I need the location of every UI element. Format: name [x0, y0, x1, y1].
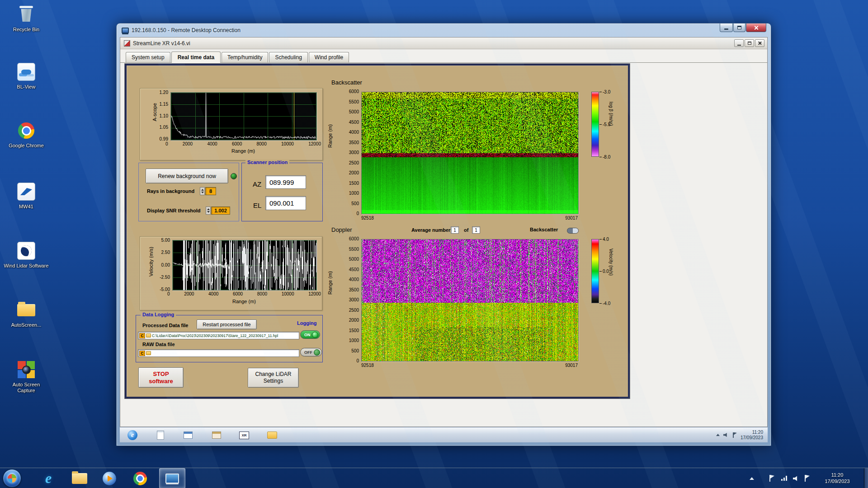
browse-folder-icon[interactable]: [146, 351, 151, 355]
colorbar-tick: -3.0: [599, 89, 610, 94]
processed-data-file-path[interactable]: C C:\LidarA\Data\Proc\2023\202309\202309…: [138, 332, 299, 339]
axis-tick-label: 2000: [349, 318, 359, 323]
language-icon[interactable]: [804, 475, 810, 482]
volume-icon[interactable]: [723, 433, 729, 437]
restart-processed-file-button[interactable]: Restart processed file: [197, 319, 257, 329]
volume-icon[interactable]: [793, 476, 799, 481]
action-center-flag-icon[interactable]: [769, 475, 775, 482]
desktop-icon-image: [16, 62, 36, 82]
desktop-icon[interactable]: BL-View: [4, 62, 49, 90]
remote-system-tray: 11:20 17/09/2023: [716, 427, 763, 442]
colorbar-tick: 0.0: [599, 269, 609, 273]
ascope-x-label: Range (m): [170, 148, 316, 154]
backscatter-y-label: Range (m): [327, 124, 333, 148]
taskbar-clock[interactable]: 11:20 17/09/2023: [816, 472, 858, 484]
axis-tick-label: 2000: [349, 170, 359, 175]
axis-tick-label: 3500: [349, 287, 359, 292]
remote-desktop-icon: [165, 474, 179, 483]
remote-taskbar-item[interactable]: [155, 430, 166, 441]
show-desktop-button[interactable]: [864, 468, 868, 488]
remote-time: 11:20: [741, 430, 763, 435]
desktop-icon-list: Recycle Bin BL-View Google Chrome MW41 W…: [4, 0, 49, 407]
main-panel: 1.201.151.101.050.99 A-scope 02000400060…: [125, 64, 630, 399]
desktop-icon[interactable]: Google Chrome: [4, 121, 49, 149]
remote-taskbar-item[interactable]: XR: [239, 430, 250, 441]
axis-tick-label: 6000: [349, 89, 359, 94]
hidden-icons-arrow[interactable]: [750, 477, 754, 480]
el-value-field[interactable]: 090.001: [265, 196, 306, 210]
renew-background-button[interactable]: Renew background now: [146, 169, 228, 183]
taskbar-item-explorer[interactable]: [67, 468, 92, 488]
tab-temp-humidity[interactable]: Temp/humidity: [222, 52, 268, 62]
average-count-field[interactable]: 1: [472, 226, 480, 234]
maximize-button[interactable]: [733, 23, 745, 32]
media-player-icon: [103, 472, 116, 485]
desktop-icon[interactable]: Wind Lidar Software: [4, 241, 49, 269]
remote-taskbar: e XR 11:20 17/09/2023: [120, 427, 768, 442]
window-icon: [184, 432, 193, 439]
axis-tick-label: 12000: [308, 291, 321, 296]
doppler-x-end: 93017: [551, 363, 578, 368]
change-lidar-settings-button[interactable]: Change LiDAR Settings: [248, 368, 299, 388]
doppler-colorbar-label: Velocity (m/s): [609, 249, 613, 276]
velocity-x-axis: 020004000600080001000012000: [167, 291, 321, 296]
off-label: OFF: [304, 350, 312, 355]
tick-mark: [599, 239, 602, 239]
rdp-window-title: 192.168.0.150 - Remote Desktop Connectio…: [132, 27, 241, 33]
snr-spinner[interactable]: [206, 206, 211, 215]
colorbar-tick: 4.0: [599, 237, 609, 241]
close-button[interactable]: [746, 23, 766, 32]
tab-wind-profile[interactable]: Wind profile: [309, 52, 349, 62]
desktop-icon-image: [16, 360, 36, 380]
tab-system-setup[interactable]: System setup: [126, 52, 170, 62]
taskbar-item-ie[interactable]: e: [36, 468, 61, 488]
rdp-titlebar[interactable]: 192.168.0.150 - Remote Desktop Connectio…: [117, 23, 771, 37]
tab-real-time-data[interactable]: Real time data: [171, 52, 221, 63]
remote-taskbar-item[interactable]: [183, 430, 193, 441]
desktop-icon[interactable]: MW41: [4, 182, 49, 210]
hidden-icons-arrow[interactable]: [716, 434, 720, 436]
taskbar-item-remote-desktop[interactable]: [159, 468, 185, 488]
average-number-field[interactable]: 1: [451, 226, 459, 234]
backscatter-toggle[interactable]: [567, 228, 579, 234]
windows-flag-icon: [8, 474, 16, 483]
app-maximize-button[interactable]: [745, 39, 754, 47]
remote-taskbar-item[interactable]: e: [127, 430, 138, 441]
raw-data-file-path[interactable]: C: [138, 349, 299, 357]
desktop-icon-image: [16, 5, 36, 24]
desktop-icon[interactable]: AutoScreen...: [4, 300, 49, 328]
stop-software-button[interactable]: STOP software: [138, 367, 184, 388]
tab-scheduling[interactable]: Scheduling: [269, 52, 307, 62]
axis-tick-label: 8000: [257, 291, 267, 296]
remote-clock[interactable]: 11:20 17/09/2023: [741, 430, 763, 441]
browse-folder-icon[interactable]: [146, 333, 151, 338]
start-button[interactable]: [3, 469, 21, 488]
remote-taskbar-item[interactable]: [267, 430, 278, 441]
ie-icon: e: [45, 470, 52, 487]
minimize-button[interactable]: [720, 23, 733, 32]
axis-tick-label: 2500: [349, 308, 359, 313]
remote-taskbar-item[interactable]: [211, 430, 222, 441]
taskbar-item-chrome[interactable]: [128, 468, 152, 488]
notepad-icon: [157, 431, 164, 440]
axis-tick-label: 1500: [349, 328, 359, 333]
scanner-position-title: Scanner position: [245, 160, 289, 165]
rays-spinner[interactable]: [200, 187, 205, 195]
snr-threshold-field[interactable]: 1.002: [211, 206, 230, 215]
taskbar-item-media-player[interactable]: [97, 468, 122, 488]
app-titlebar[interactable]: StreamLine XR v14-6.vi: [120, 38, 767, 49]
az-value-field[interactable]: 089.999: [265, 175, 306, 189]
action-center-flag-icon[interactable]: [732, 432, 737, 438]
desktop-icon[interactable]: Recycle Bin: [4, 5, 49, 33]
backscatter-colorbar-label: log β (/m/sr): [609, 102, 613, 126]
doppler-heatmap: [361, 239, 579, 361]
ie-icon: e: [127, 430, 137, 440]
desktop-icon[interactable]: Auto Screen Capture: [4, 360, 49, 394]
network-icon[interactable]: [781, 476, 788, 481]
raw-logging-toggle[interactable]: OFF: [300, 348, 322, 357]
app-close-button[interactable]: [755, 39, 764, 47]
rays-in-background-field[interactable]: 8: [205, 187, 216, 195]
processed-logging-toggle[interactable]: ON: [300, 330, 320, 339]
app-minimize-button[interactable]: [734, 39, 744, 47]
colorbar-tick: -4.0: [599, 301, 610, 305]
